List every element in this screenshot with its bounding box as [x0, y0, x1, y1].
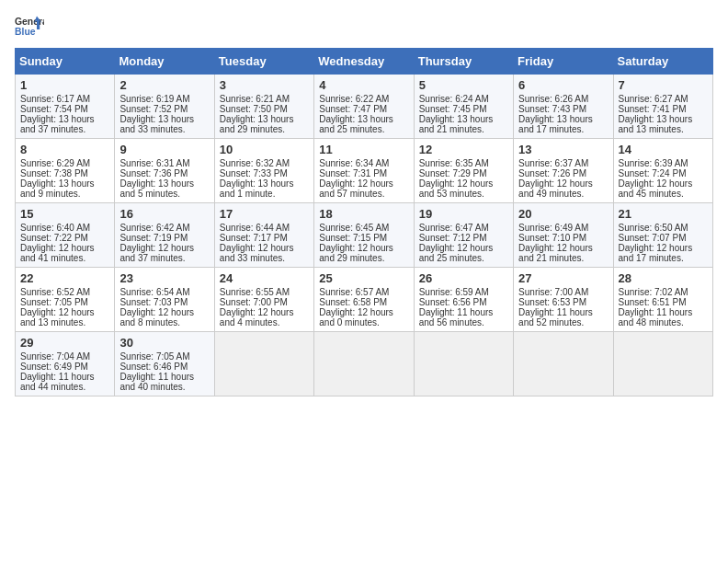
day-info-line: and 29 minutes.: [319, 253, 408, 263]
calendar-cell: 21Sunrise: 6:50 AMSunset: 7:07 PMDayligh…: [613, 203, 712, 268]
day-info-line: Daylight: 13 hours: [619, 114, 708, 124]
day-info-line: Daylight: 12 hours: [119, 243, 209, 253]
day-info-line: Daylight: 12 hours: [220, 307, 309, 317]
calendar-cell: [314, 332, 414, 396]
calendar-week-row: 1Sunrise: 6:17 AMSunset: 7:54 PMDaylight…: [16, 75, 713, 139]
day-number: 20: [518, 207, 608, 221]
day-info-line: Daylight: 13 hours: [119, 178, 209, 189]
day-info-line: and 21 minutes.: [419, 124, 508, 134]
day-info-line: Daylight: 11 hours: [518, 307, 608, 317]
day-info-line: Sunrise: 6:50 AM: [619, 223, 708, 233]
day-number: 11: [319, 143, 408, 156]
day-info-line: Sunset: 7:07 PM: [619, 233, 708, 243]
day-info-line: and 49 minutes.: [518, 189, 608, 199]
day-info-line: and 5 minutes.: [119, 189, 209, 199]
weekday-header: Thursday: [414, 49, 513, 75]
logo: General Blue: [15, 15, 44, 40]
day-info-line: Daylight: 13 hours: [220, 178, 309, 189]
day-info-line: Sunrise: 6:34 AM: [319, 158, 408, 168]
weekday-header: Wednesday: [314, 49, 414, 75]
day-info-line: Sunrise: 6:19 AM: [119, 94, 209, 104]
day-info-line: Sunset: 7:47 PM: [319, 104, 408, 114]
day-info-line: and 25 minutes.: [319, 124, 408, 134]
day-number: 12: [419, 143, 508, 156]
day-info-line: Sunset: 7:29 PM: [419, 168, 508, 178]
day-number: 1: [20, 78, 109, 92]
day-number: 6: [518, 78, 608, 92]
day-info-line: Daylight: 12 hours: [119, 307, 209, 317]
day-number: 8: [20, 143, 109, 156]
svg-text:Blue: Blue: [15, 27, 36, 37]
day-info-line: and 4 minutes.: [220, 317, 309, 327]
day-number: 30: [119, 336, 209, 350]
day-info-line: Sunrise: 7:00 AM: [518, 287, 608, 297]
day-info-line: Sunset: 7:15 PM: [319, 233, 408, 243]
calendar-cell: 30Sunrise: 7:05 AMSunset: 6:46 PMDayligh…: [115, 332, 214, 396]
day-info-line: Sunset: 7:17 PM: [220, 233, 309, 243]
calendar-cell: 26Sunrise: 6:59 AMSunset: 6:56 PMDayligh…: [414, 268, 513, 332]
day-info-line: Sunrise: 6:22 AM: [319, 94, 408, 104]
day-info-line: and 33 minutes.: [119, 124, 209, 134]
calendar-cell: 17Sunrise: 6:44 AMSunset: 7:17 PMDayligh…: [214, 203, 313, 268]
day-info-line: and 17 minutes.: [518, 124, 608, 134]
weekday-header: Saturday: [613, 49, 712, 75]
calendar-cell: [214, 332, 313, 396]
day-info-line: Daylight: 11 hours: [119, 372, 209, 382]
day-number: 17: [220, 207, 309, 221]
day-info-line: Sunset: 7:24 PM: [619, 168, 708, 178]
day-info-line: and 52 minutes.: [518, 317, 608, 327]
calendar-cell: 29Sunrise: 7:04 AMSunset: 6:49 PMDayligh…: [16, 332, 115, 396]
day-number: 19: [419, 207, 508, 221]
day-info-line: and 29 minutes.: [220, 124, 309, 134]
calendar-cell: 24Sunrise: 6:55 AMSunset: 7:00 PMDayligh…: [214, 268, 313, 332]
calendar-cell: 12Sunrise: 6:35 AMSunset: 7:29 PMDayligh…: [414, 139, 513, 203]
day-number: 26: [419, 271, 508, 285]
calendar-cell: 23Sunrise: 6:54 AMSunset: 7:03 PMDayligh…: [115, 268, 214, 332]
day-number: 9: [119, 143, 209, 156]
day-info-line: Sunrise: 6:40 AM: [20, 223, 109, 233]
day-info-line: and 37 minutes.: [119, 253, 209, 263]
day-info-line: Sunset: 7:31 PM: [319, 168, 408, 178]
day-info-line: and 45 minutes.: [619, 189, 708, 199]
calendar-cell: [514, 332, 613, 396]
day-info-line: Sunset: 7:22 PM: [20, 233, 109, 243]
day-info-line: Daylight: 12 hours: [20, 243, 109, 253]
calendar-cell: 13Sunrise: 6:37 AMSunset: 7:26 PMDayligh…: [514, 139, 613, 203]
day-info-line: Daylight: 11 hours: [619, 307, 708, 317]
weekday-header: Friday: [514, 49, 613, 75]
day-info-line: Sunrise: 6:47 AM: [419, 223, 508, 233]
day-info-line: Daylight: 12 hours: [319, 243, 408, 253]
day-number: 27: [518, 271, 608, 285]
day-info-line: Sunset: 7:33 PM: [220, 168, 309, 178]
day-info-line: Sunrise: 6:29 AM: [20, 158, 109, 168]
day-number: 28: [619, 271, 708, 285]
day-info-line: Sunrise: 6:37 AM: [518, 158, 608, 168]
day-info-line: and 57 minutes.: [319, 189, 408, 199]
day-info-line: Daylight: 12 hours: [619, 243, 708, 253]
day-info-line: Sunset: 7:54 PM: [20, 104, 109, 114]
day-info-line: and 40 minutes.: [119, 382, 209, 392]
day-info-line: Sunrise: 7:05 AM: [119, 351, 209, 362]
day-info-line: Sunrise: 6:59 AM: [419, 287, 508, 297]
day-info-line: Sunrise: 6:39 AM: [619, 158, 708, 168]
day-info-line: Daylight: 12 hours: [619, 178, 708, 189]
day-info-line: Sunrise: 6:52 AM: [20, 287, 109, 297]
calendar: SundayMondayTuesdayWednesdayThursdayFrid…: [15, 48, 713, 396]
header: General Blue: [15, 15, 713, 40]
calendar-week-row: 15Sunrise: 6:40 AMSunset: 7:22 PMDayligh…: [16, 203, 713, 268]
day-info-line: Daylight: 13 hours: [119, 114, 209, 124]
day-info-line: and 44 minutes.: [20, 382, 109, 392]
day-info-line: Sunset: 6:56 PM: [419, 297, 508, 307]
day-info-line: and 17 minutes.: [619, 253, 708, 263]
day-info-line: Sunset: 7:52 PM: [119, 104, 209, 114]
day-info-line: and 21 minutes.: [518, 253, 608, 263]
day-info-line: Sunrise: 6:24 AM: [419, 94, 508, 104]
calendar-cell: 18Sunrise: 6:45 AMSunset: 7:15 PMDayligh…: [314, 203, 414, 268]
day-info-line: and 8 minutes.: [119, 317, 209, 327]
day-number: 4: [319, 78, 408, 92]
day-number: 23: [119, 271, 209, 285]
day-info-line: Daylight: 12 hours: [319, 307, 408, 317]
day-info-line: Daylight: 12 hours: [518, 178, 608, 189]
day-info-line: Sunset: 7:10 PM: [518, 233, 608, 243]
day-info-line: Daylight: 11 hours: [419, 307, 508, 317]
